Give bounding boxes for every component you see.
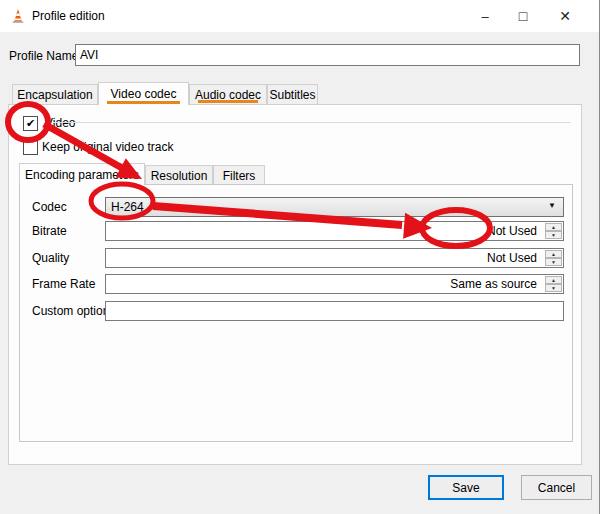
spin-up-button[interactable]: ▲ (545, 223, 562, 231)
tab-subtitles[interactable]: Subtitles (267, 84, 318, 104)
spin-up-button[interactable]: ▲ (545, 276, 562, 284)
profile-name-input[interactable] (75, 44, 580, 66)
spin-up-button[interactable]: ▲ (545, 250, 562, 258)
bitrate-label: Bitrate (32, 221, 67, 241)
bitrate-spinbox[interactable]: Not Used ▲ ▼ (105, 221, 564, 241)
custom-options-label: Custom options (32, 301, 115, 321)
quality-label: Quality (32, 248, 69, 268)
video-codec-pane: ✔ Video Keep original video track Encodi… (8, 104, 582, 465)
tab-filters[interactable]: Filters (213, 165, 265, 185)
quality-spinner: ▲ ▼ (544, 250, 562, 266)
chevron-down-icon: ▼ (548, 201, 556, 210)
tab-label: Video codec (111, 87, 177, 101)
cancel-button[interactable]: Cancel (521, 475, 592, 500)
tab-label: Subtitles (269, 88, 315, 102)
orange-underline (107, 101, 180, 104)
save-button[interactable]: Save (428, 475, 504, 500)
orange-underline (198, 100, 258, 103)
tab-label: Encapsulation (17, 88, 92, 102)
quality-spinbox[interactable]: Not Used ▲ ▼ (105, 248, 564, 268)
tab-audio-codec[interactable]: Audio codec (189, 84, 267, 104)
spin-down-button[interactable]: ▼ (545, 231, 562, 239)
frame-rate-value: Same as source (450, 277, 537, 291)
frame-rate-label: Frame Rate (32, 274, 95, 294)
codec-value: H-264 (111, 200, 144, 214)
codec-label: Codec (32, 197, 67, 217)
profile-edition-dialog: Profile edition – □ ✕ Profile Name Encap… (0, 0, 600, 514)
bitrate-value: Not Used (487, 224, 537, 238)
maximize-button[interactable]: □ (505, 2, 541, 30)
tab-label: Filters (223, 169, 256, 183)
encoding-parameters-pane: Codec H-264 ▼ Bitrate Not Used ▲ ▼ Quali… (19, 184, 573, 442)
vlc-cone-icon (10, 8, 26, 24)
tab-label: Encoding parameters (25, 168, 139, 182)
minimize-button[interactable]: – (467, 2, 503, 30)
window-title: Profile edition (32, 9, 105, 23)
keep-original-label: Keep original video track (42, 140, 173, 154)
bitrate-spinner: ▲ ▼ (544, 223, 562, 239)
tab-encapsulation[interactable]: Encapsulation (12, 84, 98, 104)
tab-video-codec[interactable]: Video codec (98, 82, 189, 105)
tab-resolution[interactable]: Resolution (145, 165, 213, 185)
quality-value: Not Used (487, 251, 537, 265)
spin-down-button[interactable]: ▼ (545, 284, 562, 292)
frame-rate-spinbox[interactable]: Same as source ▲ ▼ (105, 274, 564, 294)
video-checkbox-label: Video (45, 116, 75, 130)
spin-down-button[interactable]: ▼ (545, 258, 562, 266)
codec-combobox[interactable]: H-264 ▼ (105, 197, 564, 217)
custom-options-input[interactable] (105, 301, 564, 321)
close-button[interactable]: ✕ (547, 2, 583, 30)
video-checkbox[interactable]: ✔ (23, 116, 38, 131)
groupbox-line (53, 122, 571, 123)
keep-original-checkbox[interactable] (23, 140, 38, 155)
tab-encoding-parameters[interactable]: Encoding parameters (19, 163, 145, 185)
tab-label: Resolution (151, 169, 208, 183)
frame-rate-spinner: ▲ ▼ (544, 276, 562, 292)
profile-name-label: Profile Name (9, 49, 78, 63)
title-bar: Profile edition – □ ✕ (0, 0, 599, 32)
